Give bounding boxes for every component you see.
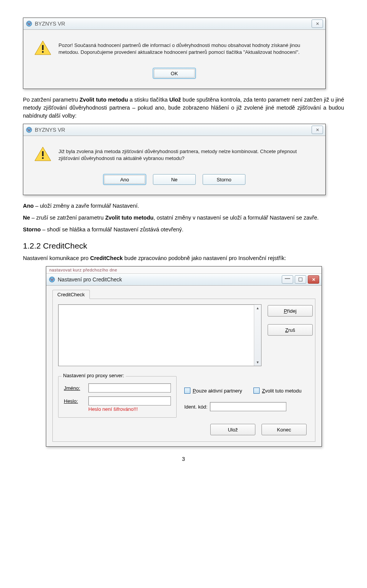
cancel-button[interactable]: Storno [203,174,245,185]
titlebar: BYZNYS VR ✕ [23,124,325,136]
doc-paragraph-1: Po zatržení parametru Zvolit tuto metodu… [23,96,344,120]
jmeno-input[interactable] [88,383,171,393]
scrollbar[interactable]: ▲ ▼ [254,305,261,366]
dialog-title: BYZNYS VR [35,21,65,27]
heslo-label: Heslo: [64,398,85,404]
svg-rect-2 [42,45,44,50]
url-listbox[interactable]: ▲ ▼ [58,304,261,366]
warning-icon [34,146,52,162]
proxy-legend: Nastavení pro proxy server: [62,373,126,378]
proxy-group: Nastavení pro proxy server: Jméno: Heslo… [58,376,177,418]
option-storno: Storno – shodí se hláška a formulář Nast… [23,226,344,234]
app-icon [49,276,55,283]
titlebar: Nastavení pro CreditCheck — ✕ [46,274,322,286]
page-number: 3 [23,456,344,462]
ident-label: Ident. kód: [184,404,208,410]
svg-rect-6 [42,151,44,156]
option-ne: Ne – zruší se zatržení parametru Zvolit … [23,214,344,222]
dialog-title: Nastavení pro CreditCheck [58,276,122,283]
titlebar: BYZNYS VR ✕ [23,18,325,30]
svg-point-4 [26,127,32,132]
add-button[interactable]: Přidej [268,305,313,317]
svg-point-0 [26,21,32,26]
tab-creditcheck[interactable]: CreditCheck [52,290,90,299]
dialog-message: Již byla zvolena jiná metoda zjišťování … [58,148,317,162]
tab-panel: ▲ ▼ Přidej Zruš Nastavení pro proxy serv… [52,299,315,442]
section-heading: 1.2.2 CreditCheck [23,241,344,250]
svg-rect-7 [42,157,44,159]
app-icon [26,20,32,27]
password-warning: Heslo není šifrováno!!! [88,406,171,412]
warning-icon [34,40,52,56]
dialog-message: Pozor! Současná hodnocení partnerů dle i… [58,42,317,55]
warning-dialog-1: BYZNYS VR ✕ Pozor! Současná hodnocení pa… [23,18,326,89]
close-icon[interactable]: ✕ [312,126,323,134]
maximize-icon[interactable] [295,275,306,284]
option-ano: Ano – uloží změny a zavře formulář Nasta… [23,202,344,210]
svg-rect-3 [42,51,44,53]
no-button[interactable]: Ne [153,174,196,185]
choose-method-label: Zvolit tuto metodu [262,388,301,394]
background-stripe: nastavovat kurz předchozího dne [46,267,322,274]
heslo-input[interactable] [88,396,171,405]
active-partners-checkbox[interactable] [184,388,190,394]
dialog-body: Pozor! Současná hodnocení partnerů dle i… [23,30,325,89]
dialog-title: BYZNYS VR [35,127,65,133]
choose-method-checkbox[interactable] [253,388,260,394]
svg-point-8 [49,277,55,282]
scroll-up-icon[interactable]: ▲ [254,305,261,312]
close-icon[interactable]: ✕ [312,19,323,28]
doc-paragraph-2: Nastavení komunikace pro CreditCheck bud… [23,254,344,262]
jmeno-label: Jméno: [64,385,85,391]
save-button[interactable]: Ulož [210,424,255,435]
scroll-down-icon[interactable]: ▼ [254,359,261,366]
ident-input[interactable] [210,402,286,411]
warning-dialog-2: BYZNYS VR ✕ Již byla zvolena jiná metoda… [23,124,326,195]
remove-button[interactable]: Zruš [268,324,313,336]
ok-button[interactable]: OK [153,68,196,79]
close-icon[interactable]: ✕ [308,275,319,284]
app-icon [26,126,32,133]
close-button[interactable]: Konec [261,424,307,435]
active-partners-label: Pouze aktivní partnery [193,388,242,394]
dialog-body: Již byla zvolena jiná metoda zjišťování … [23,136,325,195]
minimize-icon[interactable]: — [282,275,293,284]
settings-dialog: nastavovat kurz předchozího dne Nastaven… [46,266,322,447]
yes-button[interactable]: Ano [103,174,146,185]
